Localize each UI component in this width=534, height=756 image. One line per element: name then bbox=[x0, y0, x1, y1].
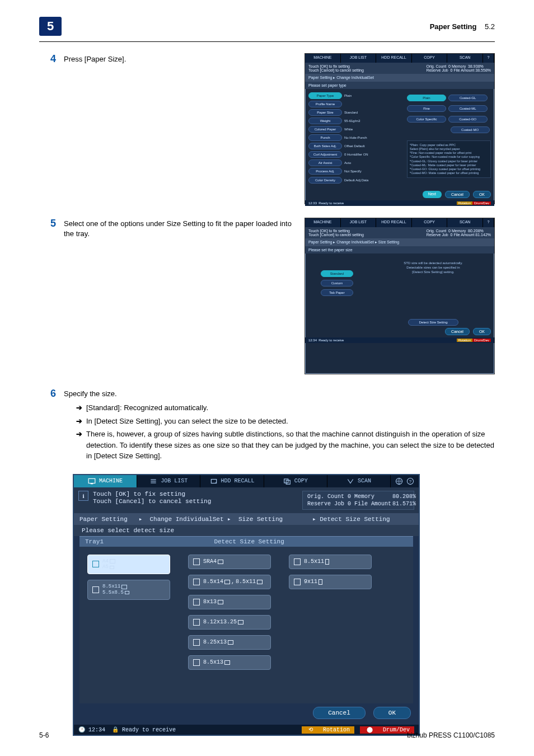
step-5-number: 5 bbox=[39, 218, 56, 229]
step-4-number: 4 bbox=[39, 53, 56, 65]
help-icon: ? bbox=[406, 477, 414, 485]
mini2-tab-hdd[interactable]: HDD RECALL bbox=[376, 218, 412, 227]
ls-cancel-button[interactable]: Cancel bbox=[313, 707, 366, 719]
step-6-text: Specify the size. bbox=[64, 389, 117, 398]
checkbox-icon bbox=[294, 579, 301, 585]
ls-ok-button[interactable]: OK bbox=[373, 707, 411, 719]
mini2-tab-copy[interactable]: COPY bbox=[412, 218, 448, 227]
rbtn-c2[interactable]: Coated-ML bbox=[448, 105, 488, 112]
section-heading: Paper Setting 5.2 bbox=[430, 22, 495, 31]
ls-tab-copy[interactable]: COPY bbox=[264, 475, 327, 487]
mini1-sub: Please set paper type bbox=[305, 82, 494, 89]
opt-8x13[interactable]: 8x13 bbox=[188, 595, 271, 609]
rbtn-fine[interactable]: Fine bbox=[407, 105, 446, 112]
opt-sra4[interactable]: SRA4 bbox=[188, 555, 271, 569]
mini1-breadcrumb: Paper Setting ▸ Change IndividualSet bbox=[305, 74, 494, 82]
rbtn-c3[interactable]: Coated-GO bbox=[448, 116, 488, 123]
mini-tab-machine[interactable]: MACHINE bbox=[305, 54, 341, 63]
checkbox-icon bbox=[193, 639, 200, 646]
row-papersize[interactable]: Paper Size bbox=[308, 109, 342, 116]
mini2-custom[interactable]: Custom bbox=[321, 280, 353, 287]
row-weight[interactable]: Weight bbox=[308, 118, 342, 124]
chapter-badge: 5 bbox=[39, 17, 62, 36]
rbtn-plain[interactable]: Plain bbox=[407, 95, 446, 101]
mini-tab-hdd[interactable]: HDD RECALL bbox=[376, 54, 412, 63]
row-punch[interactable]: Punch bbox=[308, 134, 342, 141]
mini2-tab[interactable]: Tab Paper bbox=[321, 289, 353, 296]
row-proc[interactable]: Process Adj. bbox=[308, 168, 342, 175]
screenshot-size-setting: MACHINE JOB LIST HDD RECALL COPY SCAN ? … bbox=[305, 218, 495, 374]
row-air[interactable]: Air Assist bbox=[308, 159, 342, 166]
screenshot-detect-size: MACHINE JOB LIST HDD RECALL COPY SCAN ? bbox=[73, 474, 420, 736]
opt-9x11[interactable]: 9x11 bbox=[289, 575, 372, 589]
step-6-number: 6 bbox=[39, 388, 56, 400]
rbtn-c4[interactable]: Coated-MO bbox=[451, 126, 490, 133]
rbtn-colorsp[interactable]: Color Specific bbox=[407, 116, 446, 123]
mini1-note: *Plain: Copy paper called as PPC Select … bbox=[407, 140, 491, 178]
checkbox-icon bbox=[193, 659, 200, 666]
screenshot-paper-type: MACHINE JOB LIST HDD RECALL COPY SCAN ? … bbox=[305, 53, 495, 204]
checkbox-icon bbox=[193, 558, 200, 565]
checkbox-icon bbox=[193, 619, 200, 626]
list-icon bbox=[149, 478, 157, 485]
arrow-icon: ➔ bbox=[76, 402, 86, 414]
mini2-cancel[interactable]: Cancel bbox=[445, 328, 470, 335]
checkbox-icon bbox=[193, 599, 200, 605]
mini2-tab-machine[interactable]: MACHINE bbox=[305, 218, 341, 227]
row-curl[interactable]: Curl Adjustment bbox=[308, 151, 342, 158]
opt-8511-5585[interactable]: 8.5x11 5.5x8.5 bbox=[87, 580, 170, 600]
mini2-standard[interactable]: Standard bbox=[321, 270, 353, 277]
hdd-icon bbox=[210, 478, 218, 485]
mini1-info1: Touch [OK] to fix setting bbox=[308, 64, 364, 68]
svg-text:?: ? bbox=[409, 479, 412, 483]
rbtn-c1[interactable]: Coated-GL bbox=[448, 95, 488, 101]
row-color[interactable]: Color Density bbox=[308, 177, 342, 184]
arrow-icon: ➔ bbox=[76, 429, 86, 462]
mini-tab-job[interactable]: JOB LIST bbox=[341, 54, 377, 63]
mini-tab-copy[interactable]: COPY bbox=[412, 54, 448, 63]
ls-tab-help[interactable]: ? bbox=[391, 475, 419, 487]
opt-81213[interactable]: 8.12x13.25 bbox=[188, 615, 271, 630]
machine-icon bbox=[88, 478, 96, 485]
checkbox-icon bbox=[294, 558, 301, 565]
opt-8513[interactable]: 8.5x13 bbox=[188, 655, 271, 670]
page-number: 5-6 bbox=[39, 731, 49, 739]
mini2-ok[interactable]: OK bbox=[473, 328, 491, 335]
mini-tab-scan[interactable]: SCAN bbox=[447, 54, 483, 63]
ls-subtitle: Please select detect size bbox=[74, 525, 419, 536]
ls-tab-scan[interactable]: SCAN bbox=[327, 475, 391, 487]
ls-tab-job[interactable]: JOB LIST bbox=[137, 475, 200, 487]
opt-8511p[interactable]: 8.5x11 bbox=[289, 555, 372, 569]
ls-tab-hdd[interactable]: HDD RECALL bbox=[200, 475, 264, 487]
bullet-1: [Standard]: Recognized automatically. bbox=[86, 402, 495, 414]
bullet-2: In [Detect Size Setting], you can select… bbox=[86, 416, 495, 427]
globe-icon bbox=[395, 477, 403, 485]
mini-tab-help[interactable]: ? bbox=[483, 54, 494, 63]
mini2-sub: Please set the paper size bbox=[305, 246, 494, 253]
opt-82513[interactable]: 8.25x13 bbox=[188, 635, 271, 650]
mini2-note: STD size will be detected automatically.… bbox=[372, 261, 494, 274]
ls-info-text: Touch [OK] to fix setting Touch [Cancel]… bbox=[93, 491, 302, 510]
mini1-next[interactable]: Next bbox=[423, 191, 442, 198]
opt-8514-8511[interactable]: 8.5x14,8.5x11 bbox=[188, 575, 271, 589]
mini2-tab-help[interactable]: ? bbox=[483, 218, 494, 227]
opt-a4-a5[interactable]: A4 A5 bbox=[87, 555, 170, 575]
mini2-tab-scan[interactable]: SCAN bbox=[447, 218, 483, 227]
row-profile[interactable]: Profile Name bbox=[308, 101, 342, 107]
ls-tab-machine[interactable]: MACHINE bbox=[74, 475, 137, 487]
row-colored[interactable]: Colored Paper bbox=[308, 126, 342, 133]
mini2-tab-job[interactable]: JOB LIST bbox=[341, 218, 377, 227]
ls-breadcrumb: Paper Setting ▸ Change IndividualSet ▸ S… bbox=[74, 513, 419, 525]
mini1-cancel[interactable]: Cancel bbox=[445, 191, 470, 198]
svg-point-6 bbox=[215, 482, 216, 482]
checkbox-icon bbox=[92, 586, 99, 593]
info-icon: i bbox=[78, 491, 88, 501]
row-both[interactable]: Both Sides Adj. bbox=[308, 143, 342, 149]
mini2-detect[interactable]: Detect Size Setting bbox=[408, 319, 458, 326]
ls-header2: Tray1 Detect Size Setting bbox=[79, 536, 413, 547]
mini1-info2: Touch [Cancel] to cancel setting bbox=[308, 68, 364, 72]
svg-rect-1 bbox=[91, 483, 93, 484]
mini1-ok[interactable]: OK bbox=[473, 191, 491, 198]
row-papertype[interactable]: Paper Type bbox=[308, 92, 342, 99]
bullet-3: There is, however, a group of sizes havi… bbox=[86, 429, 495, 462]
